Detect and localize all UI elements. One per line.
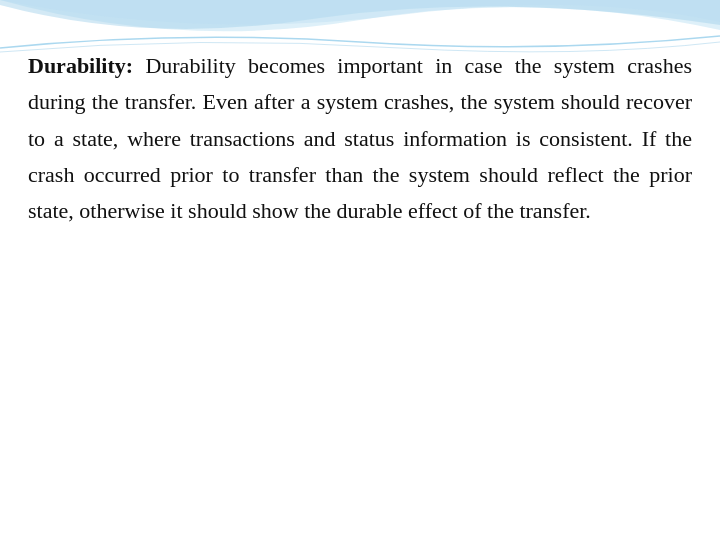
- term-bold: Durability:: [28, 53, 133, 78]
- main-paragraph: Durability: Durability becomes important…: [28, 48, 692, 229]
- body-text: Durability becomes important in case the…: [28, 53, 692, 223]
- slide-container: Durability: Durability becomes important…: [0, 0, 720, 540]
- content-area: Durability: Durability becomes important…: [0, 18, 720, 249]
